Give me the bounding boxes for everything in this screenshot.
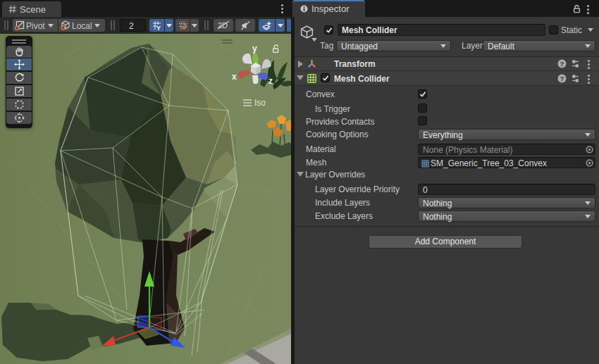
svg-text:z: z [268, 76, 273, 86]
svg-text:x: x [232, 72, 237, 82]
svg-text:Y: Y [156, 25, 161, 31]
svg-text:Iso: Iso [254, 98, 266, 108]
svg-text:y: y [252, 44, 257, 54]
svg-text:?: ? [560, 60, 564, 68]
svg-text:?: ? [560, 75, 564, 82]
